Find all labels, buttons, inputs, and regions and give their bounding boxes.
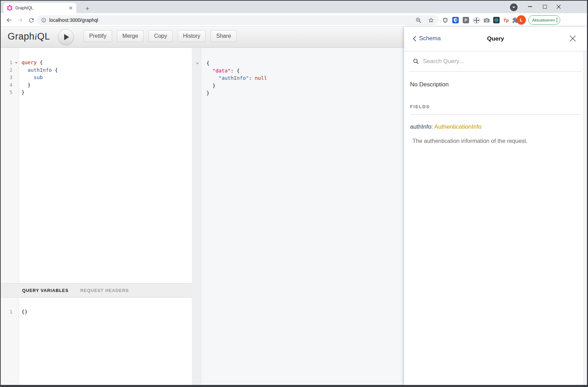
forward-arrow-icon	[17, 17, 24, 24]
graphiql-logo: GraphiQL	[8, 31, 50, 42]
variable-editor-titlebar: QUERY VARIABLES REQUEST HEADERS	[1, 283, 192, 298]
window-close-button[interactable]	[552, 1, 565, 12]
code-text: authInfo {	[19, 67, 58, 74]
code-text: {}	[19, 308, 27, 316]
fields-heading: FIELDS	[410, 104, 581, 109]
code-line[interactable]: 3 sub	[1, 74, 192, 81]
field-colon: :	[431, 123, 433, 130]
address-bar[interactable]: localhost:3000/graphql	[37, 15, 438, 25]
p-square-icon: P	[462, 17, 469, 24]
code-line[interactable]: 1{}	[1, 308, 192, 316]
type-description: No Description	[410, 81, 581, 88]
fold-arrow-icon[interactable]	[194, 60, 200, 67]
fold-gutter-cell	[13, 81, 19, 89]
close-icon	[569, 35, 577, 42]
code-text: }	[204, 89, 210, 97]
line-number: 1	[1, 59, 13, 67]
code-line[interactable]: "data": {	[204, 67, 404, 75]
tab-close-icon[interactable]	[68, 5, 74, 11]
browser-tab[interactable]: GraphiQL	[3, 3, 76, 13]
fold-arrow-icon[interactable]	[13, 59, 19, 67]
code-text: }	[19, 81, 31, 89]
graphql-favicon-icon	[7, 5, 12, 11]
extension-screenshot-button[interactable]	[483, 16, 491, 24]
move-cross-icon	[473, 17, 480, 24]
tab-request-headers[interactable]: REQUEST HEADERS	[80, 288, 129, 293]
window-border-bottom	[0, 385, 588, 387]
execute-query-button[interactable]	[58, 29, 74, 45]
menu-dots-icon[interactable]	[556, 18, 557, 22]
zoom-icon[interactable]	[415, 17, 422, 24]
browser-titlebar: GraphiQL +	[1, 1, 587, 13]
code-line[interactable]: "authInfo": null	[204, 75, 404, 82]
merge-button[interactable]: Merge	[117, 30, 144, 42]
profile-avatar[interactable]: L	[517, 15, 526, 25]
doc-field-row: authInfo: AuthenticationInfo	[410, 123, 581, 130]
doc-explorer-titlebar: Schema Query	[404, 27, 587, 51]
fold-gutter-cell	[13, 308, 19, 316]
bookmark-star-icon[interactable]	[428, 17, 434, 24]
extension-ublock-button[interactable]	[441, 16, 449, 24]
doc-close-button[interactable]	[569, 35, 577, 43]
copy-button[interactable]: Copy	[148, 30, 172, 42]
result-window: { "data": { "authInfo": null }}	[192, 48, 404, 385]
field-description: The authentication information of the re…	[410, 138, 581, 144]
history-button[interactable]: History	[178, 30, 206, 42]
code-text: }	[19, 89, 25, 96]
extension-move-button[interactable]	[472, 16, 480, 24]
line-number: 1	[1, 308, 13, 316]
code-line[interactable]: }	[204, 82, 404, 90]
line-number: 3	[1, 74, 13, 81]
browser-window: { "browser": { "tab_title": "GraphiQL", …	[0, 0, 588, 387]
update-label: Aktualisieren	[532, 18, 555, 22]
page-info-icon[interactable]	[41, 17, 46, 23]
code-line[interactable]: 2 authInfo {	[1, 67, 192, 74]
window-minimize-button[interactable]	[523, 1, 537, 12]
code-line[interactable]: {	[204, 60, 404, 67]
window-border-left	[0, 0, 1, 387]
prettify-button[interactable]: Prettify	[84, 30, 112, 42]
code-line[interactable]: 1query {	[1, 59, 192, 67]
code-line[interactable]: 5}	[1, 89, 192, 96]
extension-tp-button[interactable]: Tp	[502, 16, 510, 24]
doc-search-input[interactable]	[423, 58, 582, 65]
tab-query-variables[interactable]: QUERY VARIABLES	[22, 288, 69, 293]
back-button[interactable]	[5, 16, 13, 24]
forward-button[interactable]	[16, 16, 24, 24]
fold-gutter-cell	[13, 89, 19, 96]
fields-divider	[410, 114, 581, 115]
code-text: "authInfo": null	[204, 75, 267, 82]
reload-button[interactable]	[27, 16, 35, 24]
svg-text:P: P	[465, 18, 467, 22]
ublock-shield-icon	[442, 17, 449, 24]
line-number: 4	[1, 81, 13, 89]
reload-icon	[28, 17, 35, 24]
extension-p-button[interactable]: P	[462, 16, 470, 24]
new-tab-button[interactable]: +	[83, 4, 92, 12]
field-type-link[interactable]: AuthenticationInfo	[434, 123, 482, 130]
code-text: }	[204, 82, 215, 90]
window-maximize-button[interactable]	[538, 1, 552, 12]
browser-update-button[interactable]: Aktualisieren	[528, 15, 560, 25]
extension-react-devtools-button[interactable]	[492, 16, 501, 24]
bitwarden-shield-icon	[452, 17, 459, 24]
url-text[interactable]: localhost:3000/graphql	[49, 17, 415, 23]
line-number: 2	[1, 67, 13, 74]
query-editor[interactable]: 1query {2 authInfo {3 sub4 }5}	[1, 48, 192, 283]
extension-bitwarden-button[interactable]	[451, 16, 460, 24]
tp-logo-icon: Tp	[502, 17, 510, 24]
share-button[interactable]: Share	[211, 30, 237, 42]
react-atom-icon	[493, 17, 500, 24]
code-text: query {	[19, 59, 43, 67]
tab-title: GraphiQL	[15, 6, 68, 10]
doc-scrollbar[interactable]	[583, 51, 587, 385]
fold-gutter-cell	[13, 74, 19, 81]
tab-search-button[interactable]	[510, 3, 518, 11]
code-line[interactable]: 4 }	[1, 81, 192, 89]
field-name-link[interactable]: authInfo	[410, 123, 431, 130]
code-line[interactable]: }	[204, 89, 404, 97]
back-arrow-icon	[6, 17, 12, 24]
code-text: {	[204, 60, 210, 67]
doc-search-box[interactable]	[409, 51, 582, 72]
query-variables-editor[interactable]: 1{}	[1, 298, 192, 385]
